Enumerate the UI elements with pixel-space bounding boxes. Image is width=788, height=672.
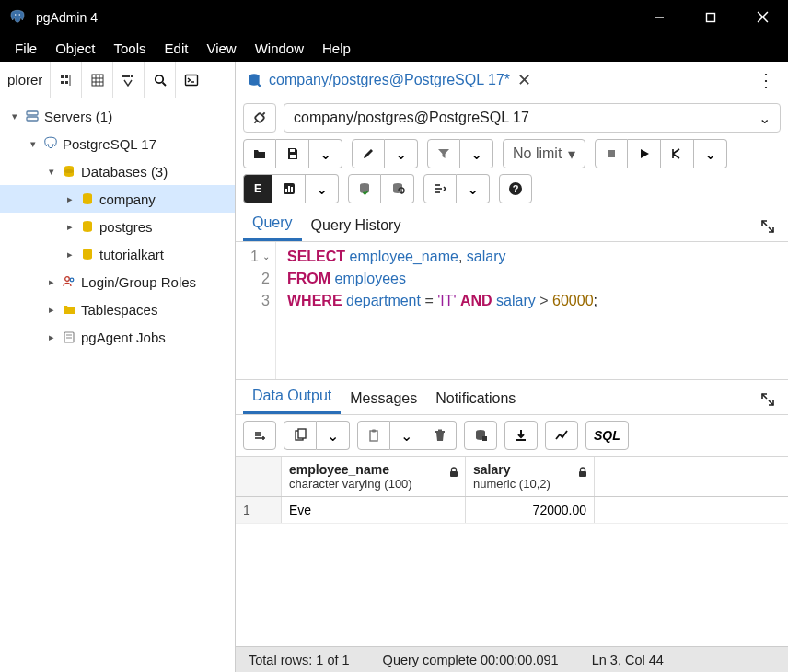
tree-login-roles[interactable]: ▸ Login/Group Roles: [0, 268, 235, 295]
file-tab-label[interactable]: company/postgres@PostgreSQL 17*: [267, 72, 510, 88]
menu-help[interactable]: Help: [313, 37, 360, 60]
window-close-button[interactable]: [736, 0, 788, 34]
caret-down-icon[interactable]: ▾: [26, 138, 41, 150]
tab-query-history[interactable]: Query History: [302, 210, 411, 241]
tree-db-company[interactable]: ▸ company: [0, 185, 235, 213]
caret-down-icon[interactable]: ▾: [7, 110, 22, 122]
copy-dropdown[interactable]: ⌄: [317, 421, 350, 450]
svg-rect-42: [288, 186, 290, 192]
execute-button[interactable]: [628, 139, 661, 168]
caret-down-icon[interactable]: ▾: [44, 166, 59, 178]
sql-button[interactable]: SQL: [585, 421, 629, 450]
grid-row[interactable]: 1 Eve 72000.00: [236, 497, 788, 524]
column-header-employee-name[interactable]: employee_name character varying (100): [282, 457, 466, 496]
edit-dropdown[interactable]: ⌄: [385, 139, 418, 168]
limit-dropdown[interactable]: No limit ▾: [503, 139, 585, 168]
window-maximize-button[interactable]: [685, 0, 736, 34]
explain-analyze-button[interactable]: [272, 174, 306, 203]
tab-notifications[interactable]: Notifications: [426, 383, 525, 414]
filter-button[interactable]: [427, 139, 460, 168]
tree-label: pgAgent Jobs: [79, 330, 166, 345]
tree-db-tutorialkart[interactable]: ▸ tutorialkart: [0, 240, 235, 268]
cell-employee-name[interactable]: Eve: [282, 497, 466, 523]
connection-dropdown[interactable]: company/postgres@PostgreSQL 17 ⌄: [284, 103, 781, 133]
save-data-button[interactable]: [464, 421, 497, 450]
tree-tablespaces[interactable]: ▸ Tablespaces: [0, 295, 235, 323]
tree-db-postgres[interactable]: ▸ postgres: [0, 213, 235, 240]
caret-right-icon[interactable]: ▸: [44, 331, 59, 343]
users-icon: [59, 274, 79, 289]
macros-dropdown[interactable]: ⌄: [457, 174, 490, 203]
tree-databases[interactable]: ▾ Databases (3): [0, 157, 235, 185]
caret-right-icon[interactable]: ▸: [63, 221, 77, 233]
filter-dropdown[interactable]: ⌄: [460, 139, 493, 168]
download-button[interactable]: [504, 421, 538, 450]
tab-kebab-icon[interactable]: ⋮: [749, 69, 782, 91]
stop-button[interactable]: [595, 139, 628, 168]
tree-postgresql[interactable]: ▾ PostgreSQL 17: [0, 130, 235, 157]
explorer-search-icon[interactable]: [144, 62, 175, 98]
copy-button[interactable]: [284, 421, 317, 450]
caret-right-icon[interactable]: ▸: [63, 193, 77, 205]
explorer-filter-icon[interactable]: [112, 62, 144, 98]
paste-button[interactable]: [357, 421, 390, 450]
cell-salary[interactable]: 72000.00: [466, 497, 595, 523]
chevron-down-icon: ⌄: [759, 110, 771, 127]
caret-right-icon[interactable]: ▸: [44, 304, 59, 316]
sql-editor[interactable]: 1⌄ 2 3 SELECT employee_name, salary FROM…: [236, 242, 788, 380]
window-titlebar: pgAdmin 4: [0, 0, 788, 34]
menu-file[interactable]: File: [6, 37, 46, 60]
connection-text: company/postgres@PostgreSQL 17: [294, 110, 529, 126]
explain-dropdown[interactable]: ⌄: [306, 174, 339, 203]
grid-header: employee_name character varying (100) sa…: [236, 457, 788, 497]
rollback-button[interactable]: [381, 174, 414, 203]
caret-right-icon[interactable]: ▸: [63, 249, 77, 261]
connection-status-icon[interactable]: [243, 103, 276, 133]
tab-messages[interactable]: Messages: [341, 383, 426, 414]
edit-button[interactable]: [352, 139, 385, 168]
explorer-grid-icon[interactable]: [81, 62, 112, 98]
commit-button[interactable]: [348, 174, 381, 203]
tab-query[interactable]: Query: [243, 207, 302, 241]
menu-window[interactable]: Window: [246, 37, 313, 60]
result-grid[interactable]: employee_name character varying (100) sa…: [236, 457, 788, 646]
grid-corner: [236, 457, 282, 496]
expand-icon[interactable]: [755, 215, 781, 241]
explorer-psql-icon[interactable]: [175, 62, 206, 98]
graph-button[interactable]: [545, 421, 578, 450]
elephant-icon: [41, 136, 61, 151]
caret-right-icon[interactable]: ▸: [44, 276, 59, 288]
explain-button[interactable]: [661, 139, 694, 168]
svg-rect-63: [482, 436, 487, 441]
tree-pgagent[interactable]: ▸ pgAgent Jobs: [0, 323, 235, 351]
add-row-button[interactable]: [243, 421, 276, 450]
menu-view[interactable]: View: [197, 37, 245, 60]
connection-bar: company/postgres@PostgreSQL 17 ⌄: [236, 98, 788, 137]
svg-point-30: [65, 277, 70, 282]
execute-dropdown[interactable]: ⌄: [694, 139, 727, 168]
tab-close-icon[interactable]: ✕: [517, 70, 531, 90]
paste-dropdown[interactable]: ⌄: [390, 421, 423, 450]
explorer-properties-icon[interactable]: [50, 62, 81, 98]
svg-point-24: [29, 118, 30, 120]
delete-row-button[interactable]: [423, 421, 457, 450]
tree-label: PostgreSQL 17: [61, 136, 156, 152]
help-button[interactable]: ?: [499, 174, 532, 203]
macros-button[interactable]: [423, 174, 457, 203]
menu-edit[interactable]: Edit: [156, 37, 198, 60]
save-dropdown[interactable]: ⌄: [309, 139, 342, 168]
menu-tools[interactable]: Tools: [105, 37, 156, 60]
open-file-button[interactable]: [243, 139, 276, 168]
menu-object[interactable]: Object: [46, 37, 104, 60]
column-header-salary[interactable]: salary numeric (10,2): [466, 457, 595, 496]
tree-servers[interactable]: ▾ Servers (1): [0, 102, 235, 130]
window-minimize-button[interactable]: [633, 0, 685, 34]
expand-icon[interactable]: [755, 388, 781, 414]
explain-e-button[interactable]: E: [243, 174, 272, 203]
status-bar: Total rows: 1 of 1 Query complete 00:00:…: [236, 646, 788, 672]
save-button[interactable]: [276, 139, 309, 168]
explorer-label: plorer: [0, 72, 50, 87]
tab-data-output[interactable]: Data Output: [243, 380, 341, 414]
svg-rect-38: [290, 155, 296, 158]
editor-code[interactable]: SELECT employee_name, salary FROM employ…: [276, 242, 597, 379]
